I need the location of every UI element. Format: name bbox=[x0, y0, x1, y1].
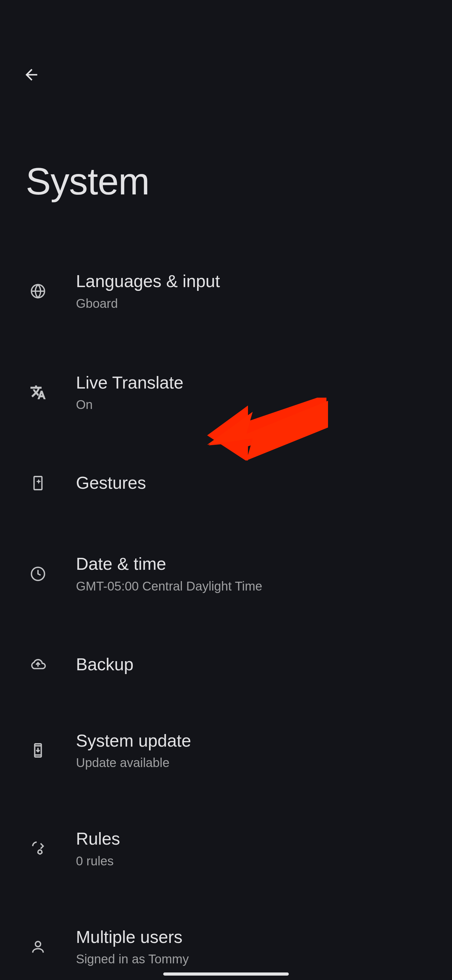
navigation-bar[interactable] bbox=[163, 972, 289, 975]
setting-title: System update bbox=[76, 730, 191, 752]
svg-point-0 bbox=[38, 850, 42, 854]
phone-download-icon bbox=[26, 738, 50, 763]
settings-list: Languages & input Gboard Live Translate … bbox=[0, 257, 452, 980]
rules-icon bbox=[26, 837, 50, 861]
setting-subtitle: Gboard bbox=[76, 294, 220, 312]
setting-item-users[interactable]: Multiple users Signed in as Tommy bbox=[0, 913, 452, 980]
setting-item-translate[interactable]: Live Translate On bbox=[0, 358, 452, 427]
setting-item-languages[interactable]: Languages & input Gboard bbox=[0, 257, 452, 325]
phone-sparkle-icon bbox=[26, 471, 50, 495]
clock-icon bbox=[26, 562, 50, 586]
page-title: System bbox=[26, 159, 149, 203]
setting-title: Multiple users bbox=[76, 926, 189, 948]
setting-subtitle: On bbox=[76, 396, 183, 414]
setting-title: Date & time bbox=[76, 553, 262, 576]
setting-item-gestures[interactable]: Gestures bbox=[0, 457, 452, 510]
person-icon bbox=[26, 934, 50, 959]
svg-point-1 bbox=[35, 942, 41, 947]
translate-icon bbox=[26, 380, 50, 404]
setting-subtitle: Signed in as Tommy bbox=[76, 950, 189, 968]
setting-title: Languages & input bbox=[76, 270, 220, 293]
cloud-up-icon bbox=[26, 652, 50, 677]
setting-title: Rules bbox=[76, 828, 120, 850]
setting-subtitle: Update available bbox=[76, 754, 191, 772]
setting-item-update[interactable]: System update Update available bbox=[0, 716, 452, 785]
globe-icon bbox=[26, 279, 50, 304]
setting-title: Gestures bbox=[76, 472, 146, 495]
setting-item-rules[interactable]: Rules 0 rules bbox=[0, 815, 452, 883]
arrow-left-icon bbox=[22, 66, 40, 85]
setting-item-datetime[interactable]: Date & time GMT-05:00 Central Daylight T… bbox=[0, 539, 452, 608]
back-button[interactable] bbox=[17, 61, 46, 89]
setting-subtitle: 0 rules bbox=[76, 852, 120, 870]
setting-subtitle: GMT-05:00 Central Daylight Time bbox=[76, 578, 262, 595]
setting-title: Live Translate bbox=[76, 372, 183, 394]
setting-item-backup[interactable]: Backup bbox=[0, 638, 452, 691]
setting-title: Backup bbox=[76, 653, 133, 676]
